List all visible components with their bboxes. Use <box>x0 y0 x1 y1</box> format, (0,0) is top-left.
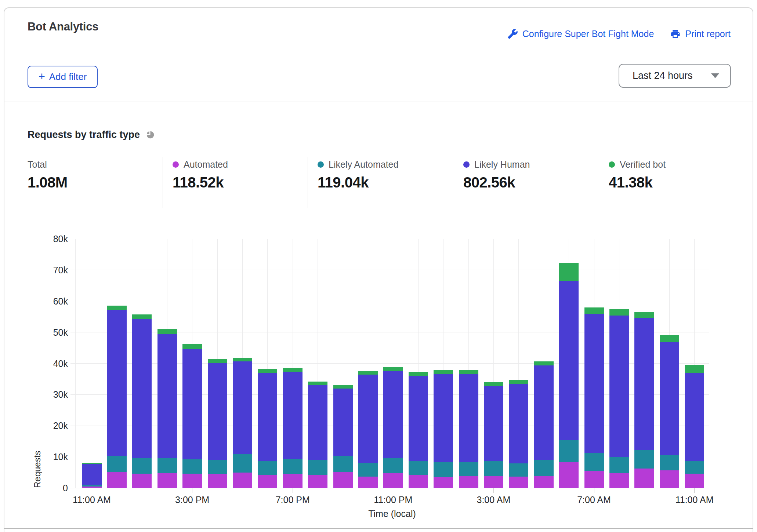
bar-segment[interactable] <box>107 310 127 456</box>
bar-segment[interactable] <box>434 370 453 374</box>
bar-segment[interactable] <box>584 453 604 471</box>
bar-segment[interactable] <box>559 440 579 462</box>
bar-segment[interactable] <box>233 473 252 488</box>
bar-segment[interactable] <box>258 475 277 488</box>
bar-segment[interactable] <box>534 460 554 476</box>
bar-segment[interactable] <box>283 474 303 488</box>
bar-segment[interactable] <box>534 365 554 460</box>
bar-segment[interactable] <box>484 461 503 476</box>
bar-segment[interactable] <box>157 473 177 488</box>
bar-segment[interactable] <box>107 456 127 472</box>
bar-segment[interactable] <box>383 458 403 473</box>
bar-segment[interactable] <box>509 463 528 477</box>
bar-segment[interactable] <box>459 370 478 374</box>
bar-segment[interactable] <box>132 474 152 488</box>
bar-segment[interactable] <box>233 358 252 361</box>
bar-segment[interactable] <box>584 307 604 314</box>
bar-segment[interactable] <box>258 373 277 461</box>
bar-segment[interactable] <box>308 385 327 460</box>
bar-segment[interactable] <box>157 334 177 459</box>
bar-segment[interactable] <box>409 376 428 461</box>
bar-segment[interactable] <box>660 335 679 342</box>
print-report-link[interactable]: Print report <box>670 29 731 39</box>
bar-segment[interactable] <box>383 371 403 458</box>
bar-segment[interactable] <box>459 476 478 488</box>
bar-segment[interactable] <box>208 359 227 363</box>
bar-segment[interactable] <box>283 368 303 372</box>
bar-segment[interactable] <box>182 344 202 349</box>
bar-segment[interactable] <box>409 372 428 376</box>
time-range-select[interactable]: Last 24 hours <box>619 64 731 88</box>
bar-segment[interactable] <box>634 318 654 450</box>
bar-segment[interactable] <box>484 382 503 386</box>
bar-segment[interactable] <box>132 319 152 458</box>
bar-segment[interactable] <box>132 314 152 319</box>
bar-segment[interactable] <box>634 469 654 488</box>
bar-segment[interactable] <box>409 475 428 488</box>
bar-segment[interactable] <box>584 314 604 453</box>
bar-segment[interactable] <box>484 386 503 461</box>
bar-segment[interactable] <box>559 462 579 488</box>
bar-segment[interactable] <box>559 281 579 441</box>
bar-segment[interactable] <box>233 454 252 473</box>
bar-segment[interactable] <box>409 461 428 475</box>
bar-segment[interactable] <box>634 312 654 318</box>
bar-segment[interactable] <box>208 474 227 488</box>
bar-segment[interactable] <box>660 455 679 471</box>
bar-segment[interactable] <box>584 471 604 488</box>
bar-segment[interactable] <box>157 329 177 334</box>
bar-segment[interactable] <box>82 464 102 485</box>
bar-segment[interactable] <box>258 461 277 475</box>
bar-segment[interactable] <box>358 463 378 477</box>
bar-segment[interactable] <box>509 477 528 488</box>
bar-segment[interactable] <box>534 476 554 488</box>
bar-segment[interactable] <box>609 309 629 316</box>
bar-segment[interactable] <box>308 475 327 488</box>
bar-segment[interactable] <box>434 462 453 477</box>
bar-segment[interactable] <box>333 456 353 472</box>
bar-segment[interactable] <box>283 459 303 474</box>
bar-segment[interactable] <box>283 372 303 459</box>
bar-segment[interactable] <box>358 371 378 375</box>
bar-segment[interactable] <box>509 380 528 384</box>
bar-segment[interactable] <box>459 374 478 462</box>
bar-segment[interactable] <box>434 477 453 488</box>
bar-segment[interactable] <box>132 458 152 474</box>
bar-segment[interactable] <box>685 365 704 373</box>
bar-segment[interactable] <box>208 363 227 460</box>
bar-segment[interactable] <box>383 367 403 371</box>
bar-segment[interactable] <box>233 361 252 454</box>
bar-segment[interactable] <box>459 462 478 476</box>
bar-segment[interactable] <box>308 460 327 474</box>
add-filter-button[interactable]: + Add filter <box>28 66 98 88</box>
bar-segment[interactable] <box>634 450 654 469</box>
bar-segment[interactable] <box>383 473 403 488</box>
bar-segment[interactable] <box>559 263 579 281</box>
bar-segment[interactable] <box>107 472 127 488</box>
bar-segment[interactable] <box>534 361 554 365</box>
bar-segment[interactable] <box>182 349 202 459</box>
bar-segment[interactable] <box>208 460 227 474</box>
bar-segment[interactable] <box>609 316 629 457</box>
bar-segment[interactable] <box>609 473 629 488</box>
bar-segment[interactable] <box>685 461 704 474</box>
bar-segment[interactable] <box>609 457 629 473</box>
bar-segment[interactable] <box>333 385 353 389</box>
bar-segment[interactable] <box>484 476 503 488</box>
bar-segment[interactable] <box>107 306 127 310</box>
bar-segment[interactable] <box>82 463 102 464</box>
bar-segment[interactable] <box>258 369 277 373</box>
bar-segment[interactable] <box>358 375 378 463</box>
configure-super-bot-fight-mode-link[interactable]: Configure Super Bot Fight Mode <box>507 29 654 39</box>
bar-segment[interactable] <box>308 382 327 385</box>
bar-segment[interactable] <box>660 470 679 488</box>
bar-segment[interactable] <box>509 384 528 463</box>
bar-segment[interactable] <box>82 485 102 487</box>
bar-segment[interactable] <box>685 373 704 461</box>
bar-segment[interactable] <box>333 389 353 455</box>
bar-segment[interactable] <box>157 458 177 473</box>
bar-segment[interactable] <box>333 472 353 488</box>
bar-segment[interactable] <box>182 459 202 474</box>
bar-segment[interactable] <box>182 474 202 488</box>
bar-segment[interactable] <box>660 342 679 455</box>
